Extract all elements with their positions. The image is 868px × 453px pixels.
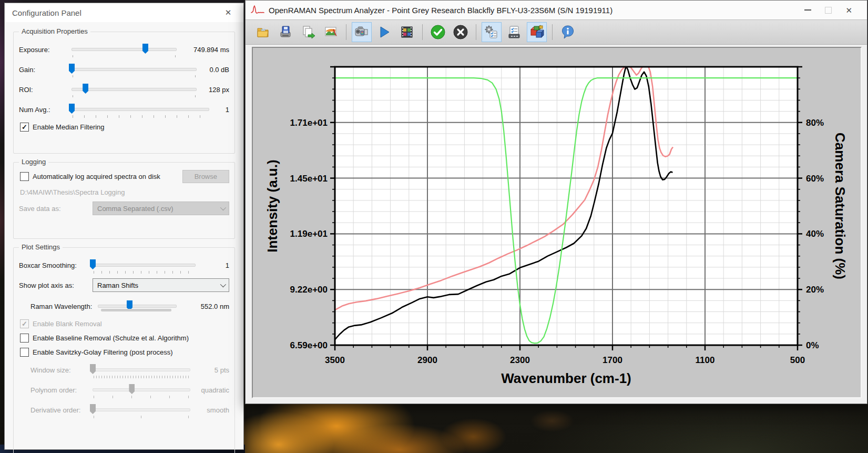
close-icon[interactable]: ✕ [220, 6, 236, 19]
save-format-value: Comma Separated (.csv) [97, 205, 173, 213]
x-axis-title: Wavenumber (cm-1) [501, 370, 631, 386]
enable-savitzky-golay-checkbox[interactable]: Enable Savitzky-Golay Filtering (post pr… [20, 348, 228, 357]
x-tick-label: 1100 [696, 355, 715, 365]
camera-icon[interactable] [352, 22, 372, 42]
boxcar-label: Boxcar Smoothing: [19, 261, 93, 269]
gain-slider-track[interactable] [72, 68, 197, 71]
num-avg-slider-ticks [73, 115, 208, 118]
checkbox-box[interactable] [20, 123, 29, 132]
info-icon[interactable] [558, 22, 578, 42]
num-avg-slider-track[interactable] [72, 108, 209, 111]
num-avg-slider[interactable] [72, 102, 209, 117]
configuration-panel-titlebar[interactable]: Configuration Panel ✕ [5, 3, 243, 22]
exposure-row: Exposure: 749.894 ms [19, 42, 229, 57]
acquisition-properties-group: Acquisition Properties Exposure: 749.894… [13, 32, 235, 154]
window-size-value: 5 pts [215, 366, 229, 374]
enable-baseline-removal-label: Enable Baseline Removal (Schulze et al. … [33, 334, 189, 342]
derivative-order-slider-track [93, 408, 190, 411]
chevron-down-icon [220, 205, 226, 210]
plot-settings-legend: Plot Settings [19, 243, 63, 251]
accept-icon[interactable] [428, 22, 448, 42]
save-icon[interactable] [275, 22, 295, 42]
exposure-slider-track[interactable] [72, 48, 177, 51]
derivative-order-value: smooth [207, 406, 229, 414]
derivative-order-label: Derivative order: [30, 406, 93, 414]
autolog-checkbox[interactable]: Automatically log acquired spectra on di… [20, 172, 160, 181]
y-right-axis-title: Camera Saturation (%) [832, 133, 848, 279]
logging-legend: Logging [19, 158, 48, 166]
raman-wavelength-slider-track[interactable] [98, 305, 177, 308]
checkbox-box[interactable] [20, 348, 29, 357]
raman-wavelength-slider[interactable] [98, 298, 177, 314]
enable-median-filtering-checkbox[interactable]: Enable Median Filtering [20, 123, 228, 132]
enable-blank-removal-checkbox: Enable Blank Removal [20, 319, 228, 328]
enable-baseline-removal-checkbox[interactable]: Enable Baseline Removal (Schulze et al. … [20, 334, 228, 343]
analyzer-titlebar[interactable]: OpenRAMAN Spectrum Analyzer - Point Grey… [246, 1, 867, 19]
y-right-tick-label: 60% [806, 174, 824, 184]
raman-wavelength-row: Raman Wavelength: 552.0 nm [30, 298, 229, 314]
acquisition-settings-icon[interactable] [482, 22, 502, 42]
spectrum-chart[interactable]: 350029002300170011005006.59e+009.22e+001… [253, 48, 859, 395]
window-size-slider [93, 362, 190, 378]
checkbox-box[interactable] [20, 334, 29, 343]
y-right-tick-label: 40% [806, 229, 824, 239]
exposure-slider-thumb[interactable] [142, 44, 148, 54]
image-export-icon[interactable] [321, 22, 341, 42]
toolbar-separator [476, 24, 476, 40]
exposure-slider[interactable] [72, 42, 177, 57]
processing-settings-icon[interactable] [504, 22, 524, 42]
plot-axis-select[interactable]: Raman Shifts [93, 278, 229, 292]
roi-slider[interactable] [72, 82, 197, 97]
copy-icon[interactable] [298, 22, 318, 42]
y-right-tick-label: 80% [806, 118, 824, 128]
window-size-slider-track [93, 368, 190, 371]
gain-slider[interactable] [72, 62, 197, 77]
num-avg-label: Num Avg.: [19, 106, 72, 114]
roi-row: ROI: 128 px [19, 82, 229, 97]
boxcar-value: 1 [226, 261, 229, 269]
polynom-order-slider-ticks [94, 396, 189, 398]
boxcar-slider-track[interactable] [93, 264, 196, 267]
checkbox-box[interactable] [20, 172, 29, 181]
spectrum-analyzer-window: OpenRAMAN Spectrum Analyzer - Point Grey… [245, 0, 867, 404]
boxcar-slider[interactable] [93, 257, 196, 273]
polynom-order-slider-thumb [129, 384, 135, 394]
polynom-order-label: Polynom order: [30, 386, 93, 394]
raman-wavelength-value: 552.0 nm [201, 303, 229, 310]
roi-slider-track[interactable] [72, 88, 197, 91]
y-right-tick-label: 20% [806, 285, 824, 295]
minimize-icon[interactable] [804, 9, 811, 11]
gain-value: 0.0 dB [209, 66, 229, 74]
num-avg-value: 1 [226, 106, 229, 114]
cancel-icon[interactable] [451, 22, 471, 42]
roi-slider-thumb[interactable] [83, 84, 88, 94]
maximize-icon[interactable] [825, 7, 832, 14]
acquisition-properties-legend: Acquisition Properties [19, 27, 90, 35]
open-folder-icon[interactable] [253, 22, 273, 42]
logging-group: Logging Automatically log acquired spect… [13, 162, 235, 239]
x-tick-label: 3500 [325, 355, 345, 365]
toolbar-separator [422, 24, 423, 40]
save-data-as-label: Save data as: [19, 205, 93, 213]
exposure-slider-ticks [73, 55, 176, 58]
enable-savitzky-golay-label: Enable Savitzky-Golay Filtering (post pr… [33, 348, 173, 356]
derivative-order-row: Derivative order: smooth [30, 402, 229, 418]
browse-button[interactable]: Browse [182, 170, 229, 183]
analyzer-toolbar [246, 19, 867, 45]
plot-settings-group: Plot Settings Boxcar Smoothing: 1 Show p… [13, 247, 235, 453]
chart-options-icon[interactable] [527, 22, 547, 42]
close-icon[interactable]: ✕ [845, 6, 852, 14]
autolog-label: Automatically log acquired spectra on di… [33, 173, 160, 180]
configuration-panel-title: Configuration Panel [12, 8, 220, 17]
film-icon[interactable] [397, 22, 417, 42]
window-size-slider-ticks [94, 376, 189, 378]
x-tick-label: 500 [790, 355, 805, 365]
enable-median-filtering-label: Enable Median Filtering [33, 123, 105, 131]
x-tick-label: 1700 [603, 355, 622, 365]
configuration-panel-window: Configuration Panel ✕ Acquisition Proper… [4, 3, 244, 450]
play-icon[interactable] [374, 22, 394, 42]
boxcar-slider-ticks [94, 271, 195, 274]
window-size-label: Window size: [30, 366, 93, 374]
exposure-label: Exposure: [19, 46, 72, 54]
derivative-order-slider-ticks [94, 416, 189, 418]
